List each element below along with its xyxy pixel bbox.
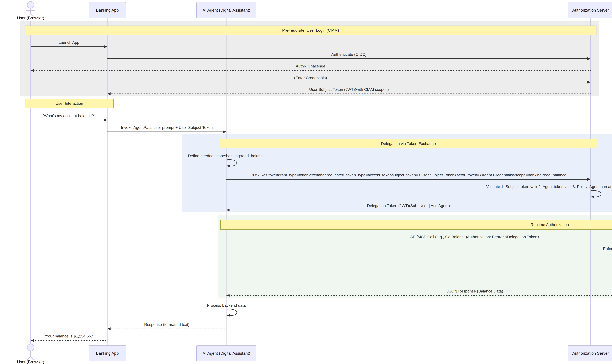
note-user-interaction: User Interaction (25, 99, 114, 108)
message-process-backend-data: Process backend data (207, 303, 246, 308)
message-user-subject-token: User Subject Token (JWT)(with CIAM scope… (309, 87, 389, 92)
participant-label: Authorization Server (572, 8, 609, 13)
arrow-your-balance (31, 339, 107, 342)
arrow-enter-credentials (31, 81, 591, 83)
participant-label: Banking App (96, 8, 119, 13)
self-loop-process-data-icon (227, 309, 237, 317)
arrow-response-formatted (107, 327, 226, 330)
message-authn-challenge: (AuthN Challenge) (294, 64, 327, 68)
message-launch-app: Launch App (58, 40, 79, 45)
note-label: Pre-requisite: User Login (CIAM) (282, 28, 339, 33)
arrow-launch-app (31, 45, 107, 48)
message-enforce: Enforce:1. Token Valid (Signed)2. Valida… (603, 247, 612, 251)
arrow-post-token-exchange (226, 178, 591, 181)
message-authenticate-oidc: Authenticate (OIDC) (331, 52, 367, 57)
arrow-authenticate-oidc (107, 57, 591, 60)
message-define-scope: Define needed scope:banking:read_balance (188, 154, 265, 158)
arrow-user-subject-token (107, 92, 591, 95)
arrow-api-mcp-call (226, 240, 612, 243)
actor-label-user-bottom: User (Browser) (17, 360, 44, 364)
participant-auth-server: Authorization Server (568, 2, 612, 18)
note-label: Runtime Authorization (530, 222, 569, 227)
arrow-json-response (226, 294, 612, 297)
participant-banking-app: Banking App (89, 2, 126, 18)
participant-label: AI Agent (Digital Assistant) (203, 351, 250, 356)
self-loop-validate-icon (591, 191, 601, 198)
arrow-delegation-token (226, 209, 591, 211)
actor-label-user-top: User (Browser) (17, 16, 44, 20)
participant-ai-agent: AI Agent (Digital Assistant) (196, 2, 256, 18)
message-json-response: JSON Response (Balance Data) (447, 289, 503, 293)
message-api-mcp-call: API/MCP Call (e.g., GetBalance)Authoriza… (410, 234, 540, 239)
message-balance-question: "What's my account balance?" (42, 113, 95, 118)
arrow-account-balance-question (31, 119, 107, 121)
message-invoke-agent: Invoke AgentPass user prompt + User Subj… (121, 125, 213, 130)
note-runtime-authz: Runtime Authorization (221, 220, 612, 230)
participant-label: AI Agent (Digital Assistant) (203, 8, 250, 13)
participant-label: Banking App (96, 351, 119, 356)
note-label: User Interaction (56, 101, 83, 106)
sequence-diagram: Banking App AI Agent (Digital Assistant)… (0, 0, 612, 364)
participant-label: Authorization Server (572, 351, 609, 356)
participant-banking-app-bottom: Banking App (89, 345, 126, 362)
message-response-formatted: Response (formatted text) (144, 322, 190, 327)
message-post-token-exchange: POST /as/tokengrant_type=token-exchanger… (250, 173, 566, 177)
participant-ai-agent-bottom: AI Agent (Digital Assistant) (196, 345, 256, 362)
user-actor-icon (26, 1, 35, 17)
message-enter-credentials: (Enter Credentials) (294, 76, 327, 80)
diagram-lines-layer (0, 0, 612, 364)
arrow-authn-challenge (31, 69, 591, 72)
message-your-balance: "Your balance is $1,234.56." (44, 334, 94, 338)
message-validate: Validate:1. Subject token valid2. Agent … (486, 184, 612, 189)
arrow-invoke-agent (107, 130, 226, 133)
participant-auth-server-bottom: Authorization Server (568, 345, 612, 362)
self-loop-define-scope-icon (227, 160, 237, 167)
user-actor-icon-bottom (26, 344, 35, 360)
note-pre-requisite-login: Pre-requisite: User Login (CIAM) (25, 26, 597, 35)
note-delegation-exchange: Delegation via Token Exchange (220, 139, 597, 148)
message-delegation-token: Delegation Token (JWT)(Sub: User | Act: … (367, 203, 450, 208)
note-label: Delegation via Token Exchange (381, 142, 436, 146)
